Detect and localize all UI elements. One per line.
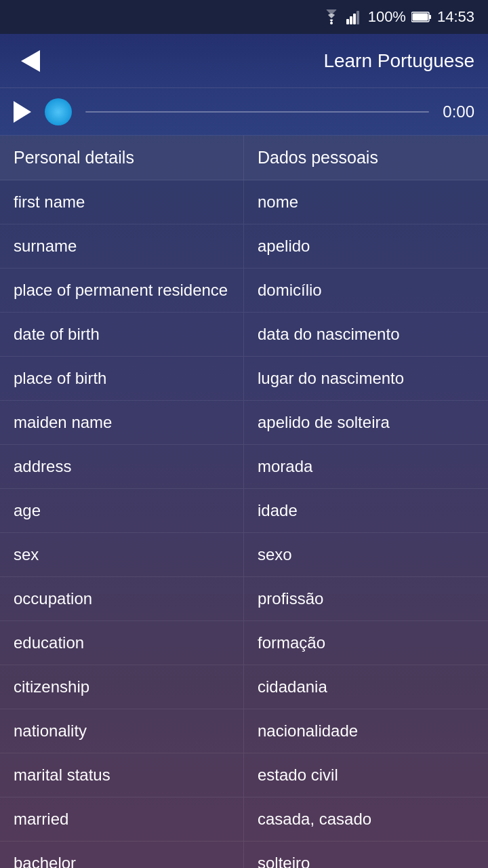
vocab-row[interactable]: ageidade: [0, 489, 488, 533]
svg-rect-4: [357, 11, 359, 24]
vocab-portuguese: estado civil: [244, 753, 488, 797]
vocab-english: place of birth: [0, 357, 244, 400]
vocab-row[interactable]: marital statusestado civil: [0, 753, 488, 797]
vocab-english: sex: [0, 533, 244, 576]
vocab-portuguese: cidadania: [244, 665, 488, 709]
vocab-english: education: [0, 621, 244, 665]
vocab-portuguese: Dados pessoais: [244, 136, 488, 180]
vocab-row[interactable]: educationformação: [0, 621, 488, 665]
svg-rect-7: [412, 14, 428, 21]
back-button[interactable]: [14, 44, 47, 78]
signal-icon: [346, 9, 363, 24]
audio-bar: 0:00: [0, 88, 488, 136]
vocab-english: married: [0, 797, 244, 841]
vocab-row[interactable]: place of permanent residencedomicílio: [0, 269, 488, 313]
vocab-row[interactable]: bachelorsolteiro: [0, 842, 488, 868]
battery-icon: [411, 11, 432, 23]
vocab-portuguese: formação: [244, 621, 488, 665]
vocab-portuguese: sexo: [244, 533, 488, 576]
vocab-row[interactable]: date of birthdata do nascimento: [0, 313, 488, 357]
vocab-portuguese: data do nascimento: [244, 313, 488, 356]
vocab-english: surname: [0, 224, 244, 268]
vocab-portuguese: profissão: [244, 577, 488, 620]
vocab-row[interactable]: sexsexo: [0, 533, 488, 577]
vocab-portuguese: domicílio: [244, 269, 488, 312]
status-bar: 100% 14:53: [0, 0, 488, 34]
vocab-portuguese: solteiro: [244, 842, 488, 868]
svg-rect-3: [353, 14, 356, 24]
vocab-english: age: [0, 489, 244, 532]
vocab-row[interactable]: first namenome: [0, 180, 488, 224]
wifi-icon: [322, 9, 341, 24]
vocab-portuguese: nome: [244, 180, 488, 224]
vocab-row[interactable]: place of birthlugar do nascimento: [0, 357, 488, 401]
back-arrow-icon: [21, 50, 40, 72]
vocab-english: Personal details: [0, 136, 244, 180]
vocab-english: marital status: [0, 753, 244, 797]
vocab-portuguese: nacionalidade: [244, 709, 488, 753]
svg-rect-2: [350, 16, 352, 24]
vocab-english: place of permanent residence: [0, 269, 244, 312]
vocab-row[interactable]: addressmorada: [0, 445, 488, 489]
vocab-portuguese: casada, casado: [244, 797, 488, 841]
vocabulary-list: Personal detailsDados pessoaisfirst name…: [0, 136, 488, 868]
vocab-portuguese: idade: [244, 489, 488, 532]
vocab-english: date of birth: [0, 313, 244, 356]
vocab-row[interactable]: Personal detailsDados pessoais: [0, 136, 488, 180]
vocab-portuguese: apelido: [244, 224, 488, 268]
time-text: 14:53: [437, 8, 474, 26]
svg-rect-6: [429, 15, 431, 19]
vocab-portuguese: lugar do nascimento: [244, 357, 488, 400]
vocab-row[interactable]: citizenshipcidadania: [0, 665, 488, 709]
vocab-english: nationality: [0, 709, 244, 753]
vocab-row[interactable]: occupationprofissão: [0, 577, 488, 621]
vocab-english: citizenship: [0, 665, 244, 709]
header-title: Learn Portuguese: [47, 50, 474, 72]
vocab-row[interactable]: marriedcasada, casado: [0, 797, 488, 842]
vocab-english: occupation: [0, 577, 244, 620]
vocab-english: bachelor: [0, 842, 244, 868]
vocab-english: address: [0, 445, 244, 488]
battery-text: 100%: [368, 8, 406, 26]
svg-point-0: [330, 22, 333, 24]
app-header: Learn Portuguese: [0, 34, 488, 88]
status-icons: 100% 14:53: [322, 8, 474, 26]
vocab-english: maiden name: [0, 401, 244, 444]
vocab-row[interactable]: maiden nameapelido de solteira: [0, 401, 488, 445]
play-button[interactable]: [14, 101, 31, 123]
vocab-row[interactable]: surnameapelido: [0, 224, 488, 269]
audio-scrubber-dot[interactable]: [45, 98, 72, 125]
vocab-row[interactable]: nationalitynacionalidade: [0, 709, 488, 753]
vocab-portuguese: morada: [244, 445, 488, 488]
vocab-portuguese: apelido de solteira: [244, 401, 488, 444]
svg-rect-1: [346, 19, 349, 24]
vocab-english: first name: [0, 180, 244, 224]
audio-time: 0:00: [443, 102, 474, 121]
audio-progress-bar[interactable]: [85, 111, 429, 113]
